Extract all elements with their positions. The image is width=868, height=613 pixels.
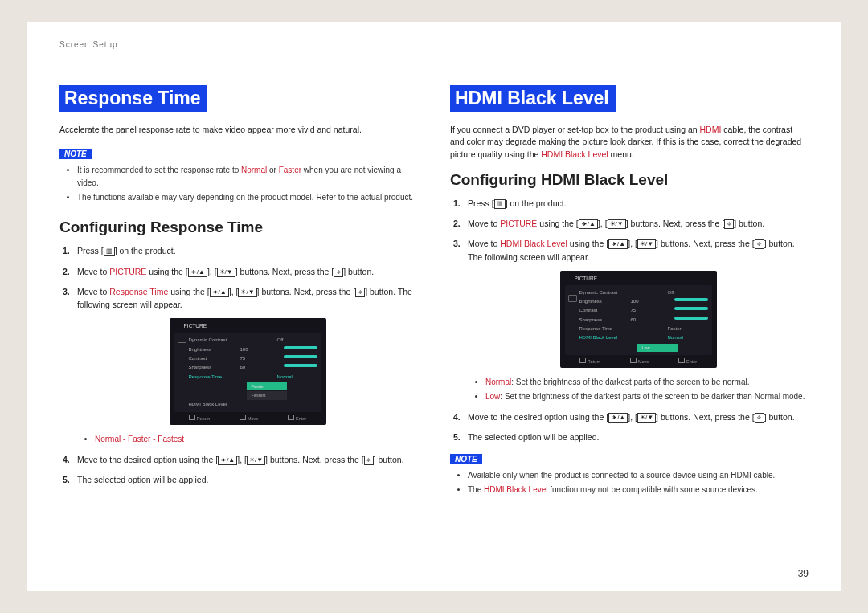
note-badge: NOTE bbox=[450, 454, 482, 464]
step-1: Press [▥] on the product. bbox=[450, 197, 809, 210]
manual-page: Screen Setup Response Time Accelerate th… bbox=[27, 22, 841, 591]
down-icon: ☀/▼ bbox=[247, 456, 265, 465]
osd-body: Dynamic ContrastOffBrightness100Contrast… bbox=[174, 333, 321, 412]
osd-row: Brightness100 bbox=[579, 297, 708, 306]
osd-row: Response TimeNormal bbox=[189, 373, 317, 382]
step-5: The selected option will be applied. bbox=[450, 431, 809, 443]
osd-body: Dynamic ContrastOffBrightness100Contrast… bbox=[565, 285, 712, 355]
osd-row: Dynamic ContrastOff bbox=[189, 336, 317, 345]
osd-row: HDMI Black Level bbox=[189, 400, 317, 409]
osd-subopt: Faster bbox=[247, 382, 287, 391]
step-3: Move to HDMI Black Level using the [🕩/▲]… bbox=[450, 237, 809, 264]
note-list: Available only when the product is conne… bbox=[450, 469, 809, 497]
osd-screenshot: PICTURE Dynamic ContrastOffBrightness100… bbox=[170, 318, 326, 424]
osd-row: Sharpness60 bbox=[579, 316, 708, 325]
note-badge: NOTE bbox=[59, 149, 92, 159]
down-icon: ☀/▼ bbox=[637, 413, 656, 423]
intro-text: If you connect a DVD player or set-top b… bbox=[450, 124, 809, 161]
note-item: Available only when the product is conne… bbox=[468, 469, 809, 482]
note-item: The functions available may vary dependi… bbox=[77, 191, 418, 204]
osd-row: Dynamic ContrastOff bbox=[579, 288, 708, 297]
menu-icon: ▥ bbox=[104, 247, 115, 256]
up-icon: 🕩/▲ bbox=[608, 413, 628, 423]
enter-icon: ⎆ bbox=[755, 413, 764, 423]
osd-row: Sharpness60 bbox=[189, 363, 317, 372]
enter-icon: ⎆ bbox=[334, 268, 343, 277]
down-icon: ☀/▼ bbox=[637, 239, 656, 249]
menu-icon: ▥ bbox=[494, 199, 506, 209]
right-column: HDMI Black Level If you connect a DVD pl… bbox=[450, 47, 809, 575]
intro-text: Accelerate the panel response rate to ma… bbox=[59, 124, 418, 137]
step-4: Move to the desired option using the [🕩/… bbox=[59, 453, 418, 466]
osd-row: Contrast75 bbox=[579, 306, 708, 315]
note-item: The HDMI Black Level function may not be… bbox=[468, 484, 809, 497]
up-icon: 🕩/▲ bbox=[218, 456, 237, 465]
section-header: Screen Setup bbox=[59, 40, 118, 49]
step-2: Move to PICTURE using the [🕩/▲], [☀/▼] b… bbox=[59, 265, 418, 278]
up-icon: 🕩/▲ bbox=[210, 288, 229, 297]
osd-screenshot: PICTURE Dynamic ContrastOffBrightness100… bbox=[560, 271, 717, 368]
osd-footer: Return Move Enter bbox=[174, 412, 321, 423]
left-column: Response Time Accelerate the panel respo… bbox=[59, 47, 418, 575]
up-icon: 🕩/▲ bbox=[579, 219, 598, 229]
step-2: Move to PICTURE using the [🕩/▲], [☀/▼] b… bbox=[450, 217, 809, 230]
note-item: It is recommended to set the response ra… bbox=[77, 164, 418, 190]
step-3: Move to Response Time using the [🕩/▲], [… bbox=[59, 285, 418, 312]
osd-preview-wrap: PICTURE Dynamic ContrastOffBrightness100… bbox=[59, 318, 418, 424]
enter-icon: ⎆ bbox=[355, 288, 365, 297]
mid-notes: Normal: Set the brightness of the darkes… bbox=[450, 376, 809, 403]
down-icon: ☀/▼ bbox=[608, 219, 626, 229]
subheading: Configuring Response Time bbox=[59, 219, 418, 236]
heading-response-time: Response Time bbox=[59, 85, 207, 112]
options-line: Normal - Faster - Fastest bbox=[59, 433, 418, 446]
osd-row: HDMI Black LevelNormal bbox=[579, 333, 708, 342]
subheading: Configuring HDMI Black Level bbox=[450, 171, 809, 189]
step-4: Move to the desired option using the [🕩/… bbox=[450, 411, 809, 423]
note-list: It is recommended to set the response ra… bbox=[59, 164, 418, 204]
steps-list: Press [▥] on the product. Move to PICTUR… bbox=[450, 197, 809, 443]
heading-hdmi-black-level: HDMI Black Level bbox=[450, 85, 616, 112]
down-icon: ☀/▼ bbox=[238, 288, 256, 297]
step-5: The selected option will be applied. bbox=[59, 473, 418, 486]
steps-list: Press [▥] on the product. Move to PICTUR… bbox=[59, 244, 418, 486]
down-icon: ☀/▼ bbox=[217, 268, 235, 277]
osd-footer: Return Move Enter bbox=[565, 355, 712, 366]
up-icon: 🕩/▲ bbox=[188, 268, 207, 277]
enter-icon: ⎆ bbox=[724, 219, 734, 229]
osd-subopt: Fastest bbox=[247, 391, 287, 400]
step-1: Press [▥] on the product. bbox=[59, 244, 418, 257]
up-icon: 🕩/▲ bbox=[608, 239, 628, 249]
osd-row: Brightness100 bbox=[189, 345, 317, 354]
osd-preview-wrap: PICTURE Dynamic ContrastOffBrightness100… bbox=[450, 271, 809, 368]
osd-row: Response TimeFaster bbox=[579, 325, 708, 333]
enter-icon: ⎆ bbox=[755, 239, 764, 249]
enter-icon: ⎆ bbox=[364, 456, 374, 465]
osd-row: Contrast75 bbox=[189, 354, 317, 363]
osd-subopt: Low bbox=[637, 344, 678, 353]
page-number: 39 bbox=[798, 568, 809, 579]
